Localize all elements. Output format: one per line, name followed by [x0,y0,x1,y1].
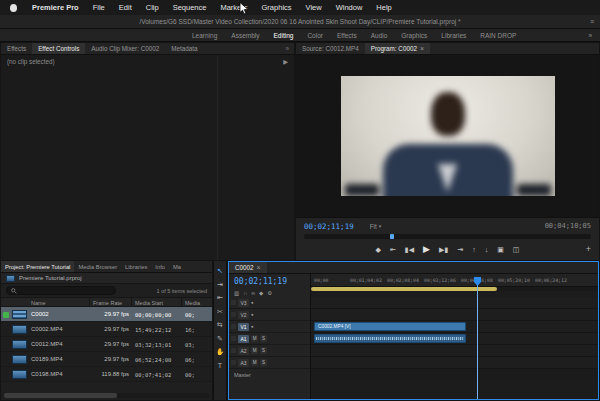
tab-libraries[interactable]: Libraries [121,261,151,272]
solo-button[interactable]: S [260,359,267,366]
workspace-graphics[interactable]: Graphics [401,32,427,39]
ripple-edit-tool[interactable]: ⇤ [217,294,223,302]
track-lock-icon[interactable] [231,324,236,329]
comparison-view-button[interactable]: ◫ [513,246,520,253]
razor-tool[interactable]: ✂ [217,308,223,316]
go-to-in-button[interactable]: ⇤ [390,246,396,253]
track-select-forward-tool[interactable]: ⇥ [217,281,223,289]
track-header-a1[interactable]: A1 M S [229,333,310,345]
project-row-clip[interactable]: C0189.MP4 29.97 fps 06;52;24;00 06; [1,352,212,367]
menu-file[interactable]: File [86,3,112,12]
ec-timeline-toggle-icon[interactable]: ▶ [283,58,288,65]
project-search-input[interactable] [20,287,111,295]
slip-tool[interactable]: ⇆ [217,321,223,329]
mute-button[interactable]: M [251,359,258,366]
timeline-settings-icon[interactable]: ⚙ [267,290,272,296]
step-back-button[interactable]: ▮◀ [405,246,414,253]
menu-clip[interactable]: Clip [139,3,166,12]
track-lock-icon[interactable] [231,300,236,305]
track-lane-a1[interactable] [311,333,598,345]
project-row-clip[interactable]: C0012.MP4 29.97 fps 03;32;13;01 03; [1,337,212,352]
go-to-out-button[interactable]: ⇥ [457,246,463,253]
add-marker-button[interactable]: ◆ [376,246,381,253]
tab-markers[interactable]: Ma [169,261,185,272]
track-lane-a3[interactable] [311,357,598,369]
workspace-overflow-icon[interactable]: » [588,32,592,39]
program-timecode[interactable]: 00;02;11;19 [304,222,354,231]
bin-path-row[interactable]: Premiere Tutorial.prproj [1,273,212,284]
workspace-libraries[interactable]: Libraries [441,32,466,39]
project-row-clip[interactable]: C0198.MP4 119.88 fps 00;07;41;02 00; [1,367,212,382]
tab-sequence-c0002[interactable]: C0002 × [229,262,267,273]
zoom-level-select[interactable]: Fit ▾ [370,223,382,230]
tab-program-monitor[interactable]: Program: C0002 × [365,43,430,54]
close-icon[interactable]: × [420,45,424,52]
track-header-v1[interactable]: V1 ● [229,321,310,333]
tab-effect-controls[interactable]: Effect Controls [32,43,85,54]
button-editor-button[interactable]: + [586,245,591,254]
workspace-editing[interactable]: Editing [274,32,294,39]
workspace-color[interactable]: Color [307,32,323,39]
track-header-v2[interactable]: V2 ● [229,309,310,321]
workspace-rain-drop[interactable]: RAIN DROP [480,32,516,39]
linked-selection-icon[interactable]: ∞ [251,290,255,296]
track-output-toggle-icon[interactable]: ● [251,300,254,305]
mute-button[interactable]: M [251,335,258,342]
export-frame-button[interactable]: ▣ [497,246,504,253]
menu-sequence[interactable]: Sequence [166,3,214,12]
workspace-learning[interactable]: Learning [192,32,217,39]
scrubber-playhead[interactable] [390,234,394,239]
lift-button[interactable]: ↑ [472,246,476,253]
tab-metadata[interactable]: Metadata [165,43,203,54]
snap-icon[interactable]: ∩ [243,290,247,296]
work-area-bar[interactable] [311,287,497,291]
track-header-a2[interactable]: A2 M S [229,345,310,357]
timeline-video-clip[interactable]: C0002.MP4 [V] [314,322,466,331]
track-lock-icon[interactable] [231,348,236,353]
timeline-ruler[interactable]: 00;00 00;01;04;02 00;02;08;04 00;03;12;0… [311,274,598,287]
search-box[interactable] [6,286,116,295]
track-header-v3[interactable]: V3 ● [229,297,310,309]
titlebar-menu-icon[interactable]: ≡ [590,18,594,25]
scrollbar-thumb[interactable] [4,393,117,398]
track-lock-icon[interactable] [231,336,236,341]
tab-audio-clip-mixer[interactable]: Audio Clip Mixer: C0002 [85,43,165,54]
track-target-badge[interactable]: A1 [238,335,249,343]
tab-effects[interactable]: Effects [1,43,32,54]
menu-help[interactable]: Help [369,3,398,12]
close-icon[interactable]: × [257,264,261,271]
solo-button[interactable]: S [260,335,267,342]
pen-tool[interactable]: ✎ [217,335,223,343]
track-header-a3[interactable]: A3 M S [229,357,310,369]
playhead-line[interactable] [477,278,478,399]
workspace-audio[interactable]: Audio [371,32,388,39]
project-row-clip[interactable]: C0002.MP4 29.97 fps 15;49;22;12 16; [1,322,212,337]
column-media-start[interactable]: Media Start [135,300,163,306]
hand-tool[interactable]: ✋ [216,348,225,356]
timeline-audio-clip[interactable] [314,334,466,343]
nest-indicator-icon[interactable]: ▥ [234,290,239,296]
tab-info[interactable]: Info [151,261,169,272]
track-lane-v3[interactable] [311,297,598,309]
track-target-badge[interactable]: A2 [238,347,249,355]
track-output-toggle-icon[interactable]: ● [251,324,254,329]
track-target-badge[interactable]: V2 [238,311,249,319]
program-scrubber[interactable] [304,234,591,239]
master-track-header[interactable]: Master [229,369,310,380]
menu-graphics[interactable]: Graphics [255,3,299,12]
mute-button[interactable]: M [251,347,258,354]
track-lane-a2[interactable] [311,345,598,357]
panel-overflow-icon[interactable]: » [280,43,294,54]
tab-media-browser[interactable]: Media Browser [74,261,121,272]
add-marker-icon[interactable]: ◆ [259,290,263,296]
track-target-badge[interactable]: A3 [238,359,249,367]
track-target-badge[interactable]: V1 [238,323,249,331]
column-media-end[interactable]: Media [185,300,200,306]
extract-button[interactable]: ↓ [485,246,489,253]
menu-view[interactable]: View [299,3,329,12]
step-forward-button[interactable]: ▶▮ [439,246,448,253]
menu-premiere-pro[interactable]: Premiere Pro [25,3,86,12]
project-row-sequence[interactable]: C0002 29.97 fps 00;00;00;00 00; [1,307,212,322]
type-tool[interactable]: T [218,362,222,369]
workspace-assembly[interactable]: Assembly [231,32,259,39]
